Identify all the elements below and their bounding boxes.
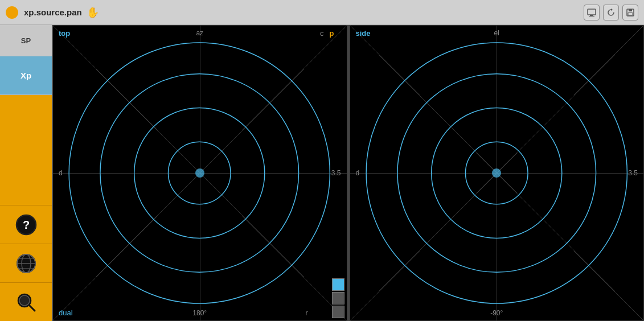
- right-panel[interactable]: side el d 3.5 -90°: [350, 25, 645, 321]
- svg-line-15: [29, 305, 35, 311]
- ctrl-btn-1[interactable]: [332, 278, 344, 291]
- dual-label: dual: [59, 308, 73, 317]
- side-label: side: [356, 29, 371, 38]
- ctrl-btn-3[interactable]: [332, 306, 344, 318]
- d-label-left: d: [59, 169, 63, 177]
- search-button[interactable]: [0, 282, 52, 321]
- svg-rect-0: [588, 9, 596, 15]
- svg-text:?: ?: [22, 219, 29, 231]
- el-label: el: [494, 29, 499, 37]
- title-bar: xp.source.pan ✋: [0, 0, 644, 25]
- save-button[interactable]: [622, 5, 638, 20]
- svg-rect-4: [629, 9, 632, 11]
- c-label: c: [320, 29, 324, 38]
- 3-5-label-right: 3.5: [331, 169, 341, 177]
- svg-rect-1: [590, 15, 593, 16]
- help-button[interactable]: ?: [0, 205, 52, 244]
- screen-button[interactable]: [584, 5, 600, 20]
- left-panel[interactable]: top az c p d 3.5 dual 180° r: [52, 25, 347, 321]
- r-label: r: [305, 308, 307, 317]
- svg-rect-5: [628, 13, 633, 15]
- center-dot-right: [492, 168, 501, 178]
- 180-label: 180°: [192, 309, 207, 317]
- top-label: top: [59, 29, 70, 38]
- panel-controls: [330, 276, 347, 320]
- refresh-button[interactable]: [603, 5, 619, 20]
- traffic-light[interactable]: [6, 6, 18, 19]
- svg-rect-2: [589, 16, 594, 17]
- sidebar: SP Xp ?: [0, 25, 52, 321]
- panels-area: top az c p d 3.5 dual 180° r: [52, 25, 644, 321]
- ctrl-btn-2[interactable]: [332, 292, 344, 304]
- title-icons: [584, 5, 638, 20]
- hand-icon: ✋: [87, 6, 99, 19]
- main-area: SP Xp ?: [0, 25, 644, 321]
- neg90-label: -90°: [490, 309, 503, 317]
- az-label: az: [196, 29, 203, 37]
- sp-button[interactable]: SP: [0, 25, 52, 56]
- sidebar-spacer: [0, 95, 52, 205]
- app-title: xp.source.pan: [24, 7, 82, 17]
- 3-5-label-right-right: 3.5: [628, 169, 638, 177]
- center-dot: [195, 168, 204, 178]
- globe-button[interactable]: [0, 244, 52, 282]
- p-label: p: [330, 29, 334, 38]
- d-label-left-right: d: [356, 169, 360, 177]
- xp-button[interactable]: Xp: [0, 56, 52, 95]
